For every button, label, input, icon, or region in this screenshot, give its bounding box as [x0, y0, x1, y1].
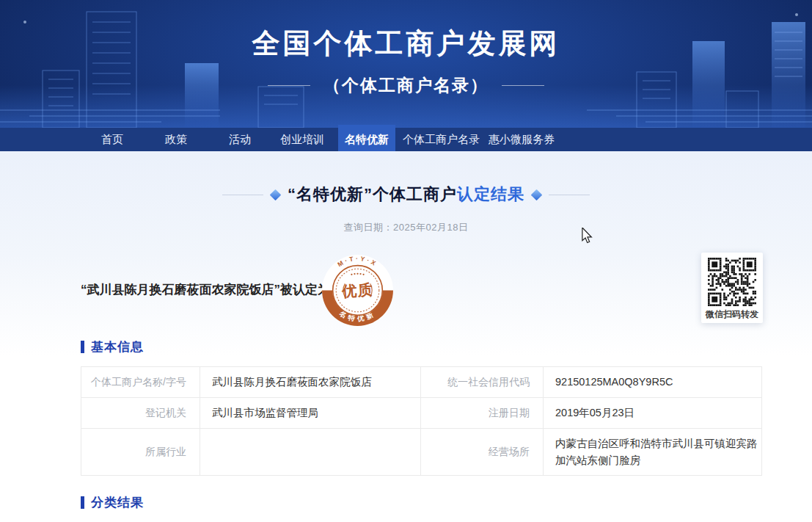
cell-value: 武川县市场监督管理局	[200, 398, 421, 429]
cell-value: 92150125MA0Q8Y9R5C	[544, 367, 762, 398]
result-title-highlight: 认定结果	[457, 185, 524, 203]
diamond-icon	[531, 189, 543, 200]
nav-item-activity[interactable]: 活动	[229, 128, 251, 151]
cell-label: 注册日期	[421, 398, 544, 429]
nav-item-vouchers[interactable]: 惠小微服务券	[489, 128, 555, 151]
site-subtitle: （个体工商户名录）	[323, 74, 489, 97]
nav-item-training[interactable]: 创业培训	[280, 128, 324, 151]
site-title: 全国个体工商户发展网	[0, 25, 812, 62]
cell-value: 武川县陈月换石磨莜面农家院饭店	[200, 367, 421, 398]
query-date-value: 2025年02月18日	[393, 222, 468, 233]
cell-label: 个体工商户名称/字号	[81, 367, 200, 398]
table-row: 所属行业 经营场所 内蒙古自治区呼和浩特市武川县可镇迎宾路加汽站东侧门脸房	[81, 429, 762, 476]
classification-heading: 分类结果	[91, 494, 144, 511]
cell-value: 内蒙古自治区呼和浩特市武川县可镇迎宾路加汽站东侧门脸房	[544, 429, 762, 476]
cell-value: 2019年05月23日	[544, 398, 762, 429]
section-bar-icon	[81, 496, 84, 509]
subtitle-right-line	[502, 85, 544, 86]
main-nav: 首页 政策 活动 创业培训 名特优新 个体工商户名录 惠小微服务券	[0, 128, 812, 151]
city-skyline-art	[0, 0, 812, 128]
cell-label: 统一社会信用代码	[421, 367, 544, 398]
result-title: “名特优新”个体工商户认定结果	[288, 184, 524, 206]
basic-info-table: 个体工商户名称/字号 武川县陈月换石磨莜面农家院饭店 统一社会信用代码 9215…	[81, 366, 762, 476]
section-bar-icon	[81, 341, 84, 353]
table-row: 登记机关 武川县市场监督管理局 注册日期 2019年05月23日	[81, 398, 762, 429]
diamond-icon	[270, 189, 282, 200]
site-subtitle-row: （个体工商户名录）	[0, 74, 812, 97]
certification-statement: “武川县陈月换石磨莜面农家院饭店”被认定为：	[81, 281, 343, 298]
query-date-label: 查询日期：	[344, 222, 394, 233]
cell-label: 经营场所	[421, 429, 544, 476]
cell-label: 登记机关	[81, 398, 200, 429]
title-left-line	[222, 195, 263, 195]
result-title-row: “名特优新”个体工商户认定结果	[0, 184, 812, 206]
qr-caption: 微信扫码转发	[701, 308, 763, 321]
nav-item-mtyx[interactable]: 名特优新	[338, 125, 395, 151]
subtitle-left-line	[268, 85, 310, 86]
query-date: 查询日期：2025年02月18日	[0, 221, 812, 234]
nav-item-policy[interactable]: 政策	[165, 128, 187, 151]
banner: 全国个体工商户发展网 （个体工商户名录）	[0, 0, 812, 128]
qr-card: 微信扫码转发	[701, 253, 763, 323]
basic-info-heading: 基本信息	[91, 338, 144, 355]
cell-label: 所属行业	[81, 429, 200, 476]
title-right-line	[549, 195, 590, 195]
table-row: 个体工商户名称/字号 武川县陈月换石磨莜面农家院饭店 统一社会信用代码 9215…	[81, 367, 762, 398]
result-title-prefix: “名特优新”个体工商户	[288, 185, 457, 203]
nav-item-home[interactable]: 首页	[101, 128, 123, 151]
cell-value	[200, 429, 421, 476]
section-basic-info: 基本信息	[81, 338, 144, 355]
content-area: “名特优新”个体工商户认定结果 查询日期：2025年02月18日 “武川县陈月换…	[0, 151, 812, 522]
quality-seal: M·T·Y·X 名特优新 优质	[321, 253, 395, 327]
nav-item-directory[interactable]: 个体工商户名录	[403, 128, 480, 151]
section-classification: 分类结果	[81, 494, 144, 511]
page: 全国个体工商户发展网 （个体工商户名录） 首页 政策 活动 创业培训 名特优新 …	[0, 0, 812, 522]
qr-code-image	[708, 258, 756, 306]
seal-center-text: 优质	[341, 281, 374, 300]
